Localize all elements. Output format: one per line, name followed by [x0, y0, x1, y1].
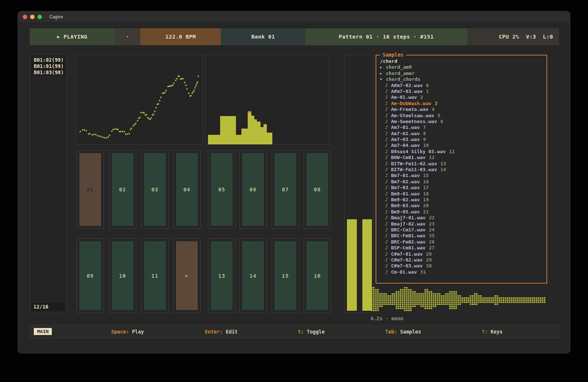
sample-file-index: 16 [423, 179, 429, 185]
sample-file-index: 29 [426, 257, 432, 263]
pad-12[interactable]: ▶ [173, 238, 201, 313]
folder-row-chord_amer[interactable]: ▶chord_amer [380, 71, 545, 76]
sample-file-row[interactable]: ♪Cm-01.wav31 [380, 269, 545, 275]
shortcut-action: Samples [397, 329, 421, 335]
sample-file-name: Am7-04.wav [391, 143, 420, 148]
sample-file-row[interactable]: ♪A#m7-02.wav0 [380, 83, 545, 89]
pad-06[interactable]: 06 [239, 150, 267, 229]
sample-file-index: 28 [426, 251, 432, 257]
note-events-panel: B01:02(99)B01:01(99)B01:03(98) 12/16 [30, 54, 67, 313]
sample-file-row[interactable]: ♪BSP-Cm01.wav27 [380, 245, 545, 251]
sample-file-row[interactable]: ♪Bm9-01.wav18 [380, 191, 545, 197]
pad-playing-icon: ▶ [185, 273, 189, 278]
sample-file-row[interactable]: ♪BRC-Fm02.wav26 [380, 239, 545, 245]
histogram-peak-tip [248, 111, 251, 113]
pad-09[interactable]: 09 [76, 238, 104, 313]
maximize-icon[interactable] [37, 15, 42, 19]
note-icon: ♪ [385, 113, 391, 119]
histogram-bar [261, 127, 263, 144]
sample-file-row[interactable]: ♪BHW-Cm01.wav12 [380, 155, 545, 161]
pad-02[interactable]: 02 [109, 150, 136, 229]
sample-file-row[interactable]: ♪B9sus4 Silky 03.wav11 [380, 149, 545, 155]
sample-file-row[interactable]: ♪Bm9-05.wav21 [380, 209, 545, 215]
note-icon: ♪ [385, 131, 391, 137]
sample-file-row[interactable]: ♪Am7-04.wav10 [380, 143, 545, 148]
pad-04[interactable]: 04 [173, 150, 201, 229]
sample-file-index: 22 [429, 215, 435, 221]
histogram-bar [236, 135, 241, 144]
minimize-icon[interactable] [30, 15, 35, 19]
sample-file-row[interactable]: ♪Am-01.wav2 [380, 94, 545, 100]
note-icon: ♪ [385, 149, 391, 155]
sample-file-index: 17 [423, 185, 429, 191]
pad-01[interactable]: 01 [76, 150, 104, 229]
pad-03[interactable]: 03 [141, 150, 169, 229]
note-event: B01:01(99) [32, 63, 65, 69]
sample-file-name: Bm7-03.wav [391, 185, 420, 191]
folder-row-chord_am9[interactable]: ▶chord_am9 [380, 64, 545, 70]
pad-16[interactable]: 16 [304, 238, 331, 313]
sample-file-row[interactable]: ♪C#m7-02.wav29 [380, 257, 545, 263]
pad-surface: 08 [306, 153, 328, 226]
pad-surface: 07 [275, 153, 296, 226]
note-icon: ♪ [385, 161, 391, 167]
close-icon[interactable] [23, 15, 27, 19]
sample-file-row[interactable]: ♪Bmaj7-01.wav22 [380, 215, 545, 221]
pad-surface: 04 [176, 153, 198, 226]
pad-13[interactable]: 13 [208, 238, 236, 313]
bpm-display: 122.0 BPM [140, 28, 221, 45]
pad-07[interactable]: 07 [272, 150, 299, 229]
sample-file-name: Am-Freeto.wav [391, 107, 429, 112]
pad-15[interactable]: 15 [272, 238, 299, 313]
histogram-bar [257, 122, 261, 144]
pad-14[interactable]: 14 [239, 238, 267, 313]
sample-file-row[interactable]: ♪Am-Sweetness.wav6 [380, 119, 545, 125]
title-bar: Cagire [18, 11, 570, 23]
sample-file-row[interactable]: ♪C#m7-03.wav30 [380, 263, 545, 269]
waveform-caption: 4.2s · mono [370, 316, 403, 321]
sample-file-row[interactable]: ♪Bm9-02.wav19 [380, 197, 545, 203]
sample-file-name: Am7-03.wav [391, 137, 420, 143]
note-icon: ♪ [385, 257, 391, 263]
sample-file-row[interactable]: ♪Am-DubWash.wav3 [380, 101, 545, 107]
pad-surface: 06 [242, 153, 264, 226]
shortcut-action: Toggle [304, 329, 325, 335]
pad-11[interactable]: 11 [141, 238, 169, 313]
sample-file-row[interactable]: ♪Bm7-02.wav16 [380, 179, 545, 185]
sample-file-row[interactable]: ♪Bm7-03.wav17 [380, 185, 545, 191]
note-icon: ♪ [385, 233, 391, 239]
sample-file-row[interactable]: ♪BRC-Fm01.wav25 [380, 233, 545, 239]
cpu-status: CPU 2% V:3 L:0 [467, 28, 559, 45]
step-counter: 12/16 [32, 303, 65, 311]
sample-file-row[interactable]: ♪Am-Steelsaw.wav5 [380, 113, 545, 119]
transport-playing-segment[interactable]: ▶ PLAYING [30, 28, 115, 45]
sample-file-row[interactable]: ♪Am7-02.wav8 [380, 131, 545, 137]
histogram-bar [267, 133, 272, 144]
sample-file-index: 26 [429, 239, 435, 245]
shortcut-key: Enter: [205, 329, 223, 335]
shortcut-action: Play [129, 329, 144, 335]
shortcut-key: ?: [482, 329, 488, 335]
pad-10[interactable]: 10 [109, 238, 136, 313]
note-icon: ♪ [385, 251, 391, 257]
sample-file-row[interactable]: ♪Bm9-03.wav20 [380, 203, 545, 209]
sample-file-row[interactable]: ♪A#m7-03.wav1 [380, 89, 545, 94]
folder-row-chord_chords[interactable]: ▼chord_chords [380, 76, 545, 82]
sample-file-row[interactable]: ♪Am7-01.wav7 [380, 125, 545, 130]
sample-file-index: 13 [440, 161, 446, 167]
folder-toggle-icon[interactable]: ▶ [380, 71, 386, 76]
shortcut-enter: Enter: Edit [205, 329, 237, 335]
folder-toggle-icon[interactable]: ▼ [380, 76, 386, 82]
folder-toggle-icon[interactable]: ▶ [380, 64, 386, 70]
sample-file-row[interactable]: ♪BRC-Cm17.wav24 [380, 227, 545, 233]
sample-file-row[interactable]: ♪BITW-Fm11-03.wav14 [380, 167, 545, 173]
sample-file-row[interactable]: ♪BITW-Fm11-02.wav13 [380, 161, 545, 167]
sample-file-row[interactable]: ♪C#m7-01.wav28 [380, 251, 545, 257]
sample-file-row[interactable]: ♪Bmaj7-02.wav23 [380, 221, 545, 227]
shortcut-space: Space: Play [111, 329, 144, 335]
pad-08[interactable]: 08 [304, 150, 331, 229]
sample-file-row[interactable]: ♪Am7-03.wav9 [380, 137, 545, 143]
sample-file-row[interactable]: ♪Bm7-01.wav15 [380, 173, 545, 179]
sample-file-row[interactable]: ♪Am-Freeto.wav4 [380, 107, 545, 112]
pad-05[interactable]: 05 [208, 150, 236, 229]
